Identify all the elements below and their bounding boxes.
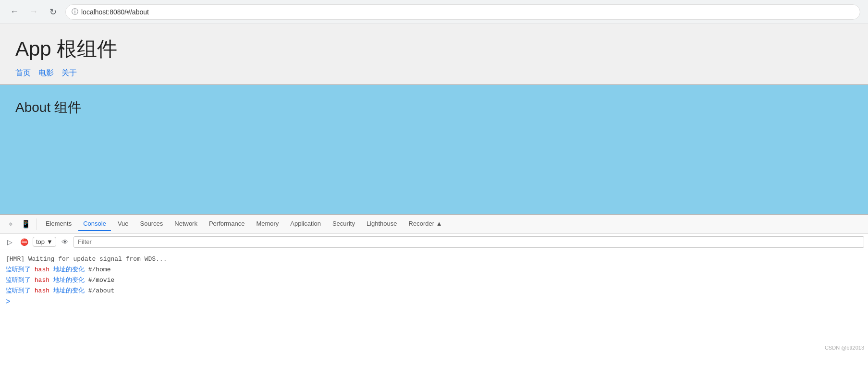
hash-keyword-2: hash (35, 266, 53, 273)
console-line-4: 监听到了 hash 地址的变化 #/about (6, 286, 862, 296)
hash-value-3: #/movie (88, 277, 115, 284)
eye-button[interactable]: 👁 (59, 236, 71, 248)
console-output: [HMR] Waiting for update signal from WDS… (0, 250, 868, 343)
stop-button[interactable]: ⛔ (18, 236, 30, 248)
nav-links: 首页 电影 关于 (15, 68, 853, 78)
about-section: About 组件 (0, 85, 868, 214)
listen-text-4: 监听到了 (6, 287, 35, 294)
hash-keyword-3: hash (35, 277, 53, 284)
filter-input[interactable] (73, 236, 864, 248)
devtools-tabs: ⌖ 📱 Elements Console Vue Sources Network… (0, 215, 868, 234)
console-line-3: 监听到了 hash 地址的变化 #/movie (6, 275, 862, 286)
devtools-footer: CSDN @btt2013 (0, 343, 868, 352)
console-line-2: 监听到了 hash 地址的变化 #/home (6, 265, 862, 275)
tab-recorder[interactable]: Recorder ▲ (404, 217, 447, 231)
info-icon: ⓘ (72, 8, 78, 16)
listen-text-3: 监听到了 (6, 277, 35, 284)
hash-value-2: #/home (88, 266, 111, 273)
context-label: top (36, 238, 45, 245)
console-line-1: [HMR] Waiting for update signal from WDS… (6, 254, 862, 265)
recorder-icon: ▲ (436, 220, 442, 227)
tab-application[interactable]: Application (285, 217, 326, 231)
nav-home[interactable]: 首页 (15, 68, 31, 78)
tab-console[interactable]: Console (78, 217, 111, 231)
listen-text-2: 监听到了 (6, 266, 35, 273)
tab-separator (37, 218, 37, 230)
line2-text: 监听到了 hash 地址的变化 #/home (6, 266, 110, 273)
tab-security[interactable]: Security (328, 217, 360, 231)
hmr-text: [HMR] Waiting for update signal from WDS… (6, 255, 167, 263)
device-toolbar-button[interactable]: 📱 (19, 218, 33, 231)
tab-elements[interactable]: Elements (41, 217, 76, 231)
page-wrapper: App 根组件 首页 电影 关于 About 组件 ⌖ 📱 Elements C… (0, 24, 868, 388)
tab-performance[interactable]: Performance (204, 217, 249, 231)
hash-keyword-4: hash (35, 287, 53, 294)
tab-memory[interactable]: Memory (251, 217, 283, 231)
line3-text: 监听到了 hash 地址的变化 #/movie (6, 277, 114, 284)
devtools-panel: ⌖ 📱 Elements Console Vue Sources Network… (0, 214, 868, 352)
url-text: localhost:8080/#/about (81, 8, 149, 16)
console-prompt-line: > (6, 296, 862, 308)
tab-network[interactable]: Network (170, 217, 202, 231)
clear-console-button[interactable]: ▷ (4, 236, 15, 248)
nav-about[interactable]: 关于 (61, 68, 77, 78)
addr-text-2: 地址的变化 (53, 266, 88, 273)
nav-section: App 根组件 首页 电影 关于 (0, 24, 868, 84)
tab-sources[interactable]: Sources (135, 217, 168, 231)
dropdown-icon: ▼ (47, 238, 53, 245)
address-bar[interactable]: ⓘ localhost:8080/#/about (65, 4, 860, 20)
nav-movie[interactable]: 电影 (38, 68, 54, 78)
forward-button[interactable]: → (27, 5, 40, 19)
browser-chrome: ← → ↻ ⓘ localhost:8080/#/about (0, 0, 868, 24)
tab-lighthouse[interactable]: Lighthouse (362, 217, 402, 231)
reload-button[interactable]: ↻ (46, 5, 60, 19)
context-selector[interactable]: top ▼ (33, 237, 56, 247)
back-button[interactable]: ← (8, 5, 21, 19)
about-title: About 组件 (15, 98, 853, 117)
addr-text-4: 地址的变化 (53, 287, 88, 294)
inspect-element-button[interactable]: ⌖ (4, 218, 17, 231)
hash-value-4: #/about (88, 287, 115, 294)
prompt-symbol: > (6, 298, 11, 306)
app-title: App 根组件 (15, 36, 853, 62)
console-toolbar: ▷ ⛔ top ▼ 👁 (0, 234, 868, 250)
line4-text: 监听到了 hash 地址的变化 #/about (6, 287, 114, 294)
tab-vue[interactable]: Vue (113, 217, 134, 231)
addr-text-3: 地址的变化 (53, 277, 88, 284)
footer-text: CSDN @btt2013 (825, 345, 864, 351)
